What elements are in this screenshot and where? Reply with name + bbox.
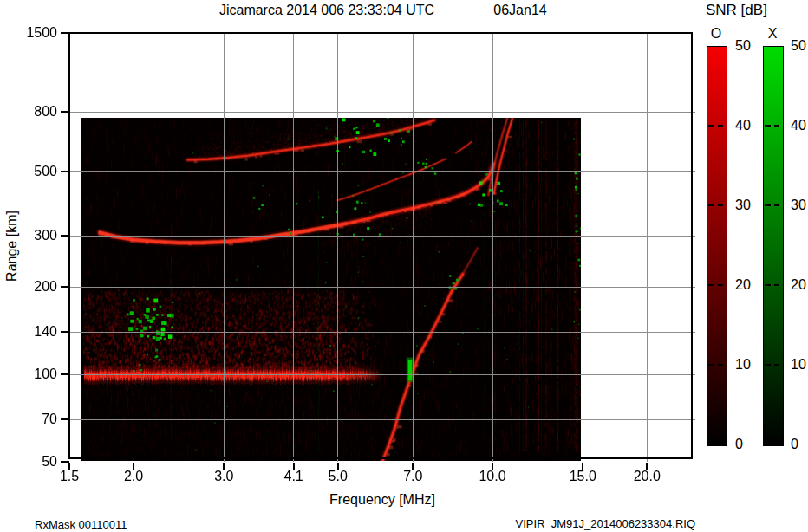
colorbar-tick-dash [718,125,723,127]
x-tick-label: 5.0 [314,469,362,484]
y-tick-label: 50 [0,454,57,470]
x-gridline [583,33,583,462]
colorbar-tick-dash [708,125,714,127]
y-gridline [69,236,695,237]
x-tick-label: 15.0 [558,469,607,484]
y-tick-mark [61,32,69,34]
y-tick-mark [61,235,69,237]
y-gridline [69,171,695,172]
colorbar-O-bar [707,46,727,446]
colorbar-O-label: O [706,26,727,42]
colorbar-tick-dash [765,284,771,286]
y-gridline [69,287,695,288]
y-gridline [69,374,695,375]
y-tick-mark [61,286,69,288]
y-tick-label: 800 [0,104,57,120]
colorbar-tick-label: 0 [791,437,808,452]
x-gridline [647,33,648,462]
colorbar-tick-dash [774,284,779,286]
colorbar-tick-dash [765,125,771,127]
colorbar-X-label: X [762,26,783,42]
page-title: Jicamarca 2014 006 23:33:04 UTC [219,3,434,18]
x-axis-label: Frequency [MHz] [329,492,435,508]
x-tick-label: 20.0 [622,469,671,484]
y-tick-label: 1500 [0,25,57,41]
y-tick-label: 100 [0,367,57,382]
colorbar-tick-label: 40 [735,118,758,133]
y-tick-mark [61,171,69,172]
x-gridline [134,33,134,462]
y-axis-label: Range [km] [4,211,20,282]
x-gridline [492,33,493,462]
x-tick-label: 10.0 [468,469,517,484]
colorbar-tick-dash [765,364,771,366]
colorbar-tick-label: 30 [791,198,808,213]
y-tick-mark [61,418,69,420]
y-tick-label: 200 [0,279,57,295]
colorbar-tick-dash [718,284,723,286]
y-gridline [69,419,695,420]
x-gridline [337,33,338,462]
x-tick-label: 2.0 [109,469,158,484]
ionogram-data-canvas [81,118,581,461]
colorbar-tick-label: 10 [791,357,808,373]
colorbar-tick-dash [774,125,779,127]
y-tick-label: 300 [0,228,57,243]
colorbar-tick-dash [718,204,723,206]
colorbar-tick-dash [708,364,714,366]
y-gridline [69,332,695,333]
y-gridline [69,112,695,113]
x-tick-label: 4.1 [270,469,318,484]
colorbar-tick-label: 50 [735,38,758,54]
page-title-date: 06Jan14 [493,3,546,18]
colorbar-tick-label: 40 [791,118,808,133]
x-gridline [413,33,414,462]
colorbar-tick-label: 0 [735,437,758,452]
colorbar-tick-dash [708,284,714,286]
y-tick-label: 500 [0,164,57,179]
y-tick-mark [61,111,69,113]
y-tick-label: 140 [0,324,57,340]
x-tick-label: 3.0 [199,469,248,484]
footer-filename: VIPIR JM91J_2014006233304.RIQ [516,517,695,530]
colorbar-tick-label: 20 [791,277,808,293]
ionogram-screenshot: Jicamarca 2014 006 23:33:04 UTC 06Jan14 … [0,0,808,532]
colorbar-title: SNR [dB] [706,2,767,19]
colorbar-tick-dash [708,204,714,206]
x-gridline [293,33,294,462]
colorbar-tick-label: 20 [735,277,758,293]
footer-rxmask: RxMask 00110011 [35,518,127,531]
y-tick-mark [61,331,69,333]
y-tick-mark [61,461,69,463]
y-tick-mark [61,373,69,375]
colorbar-tick-label: 10 [735,357,758,373]
colorbar-tick-label: 50 [791,38,808,54]
colorbar-tick-dash [774,364,779,366]
x-gridline [224,33,225,462]
colorbar-tick-dash [718,364,723,366]
x-tick-label: 1.5 [45,469,94,484]
colorbar-X-bar [763,46,784,446]
colorbar-tick-label: 30 [735,198,758,213]
colorbar-tick-dash [765,204,771,206]
y-tick-label: 70 [0,412,57,427]
x-tick-label: 7.0 [388,469,437,484]
colorbar-tick-dash [774,204,779,206]
